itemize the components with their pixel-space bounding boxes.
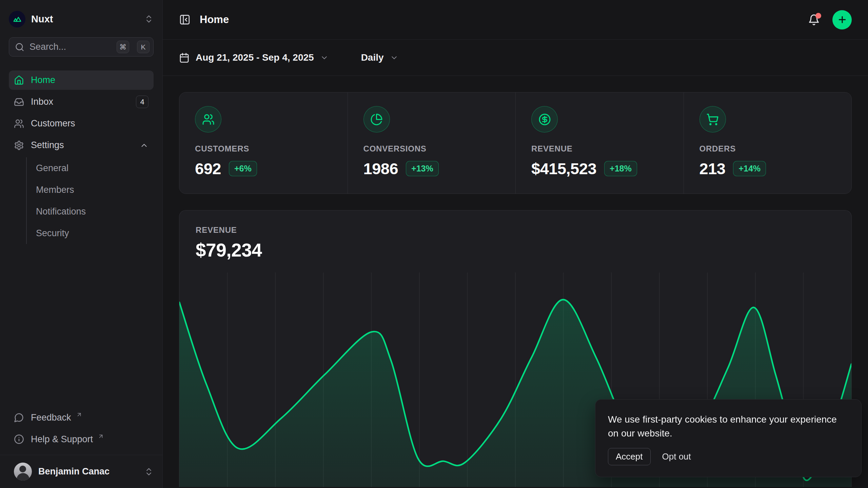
- chevrons-up-down-icon: [144, 14, 154, 24]
- stat-revenue[interactable]: REVENUE $415,523 +18%: [515, 93, 684, 194]
- chevron-down-icon: [320, 54, 329, 62]
- gear-icon: [14, 140, 24, 150]
- inbox-count-badge: 4: [136, 96, 149, 108]
- sidebar-item-label: Settings: [31, 140, 64, 150]
- search-input[interactable]: Search... ⌘ K: [9, 37, 154, 57]
- stat-value: 692: [195, 159, 221, 178]
- date-range-picker[interactable]: Aug 21, 2025 - Sep 4, 2025: [179, 52, 329, 63]
- search-placeholder: Search...: [29, 42, 112, 52]
- filters-toolbar: Aug 21, 2025 - Sep 4, 2025 Daily: [163, 40, 868, 76]
- pie-chart-icon: [363, 106, 390, 133]
- kbd-k: K: [137, 41, 150, 53]
- cookie-message: We use first-party cookies to enhance yo…: [608, 412, 846, 440]
- stat-customers[interactable]: CUSTOMERS 692 +6%: [179, 93, 348, 194]
- stat-orders[interactable]: ORDERS 213 +14%: [684, 93, 852, 194]
- stat-value: 213: [699, 159, 726, 178]
- add-button[interactable]: [832, 10, 852, 29]
- granularity-label: Daily: [361, 52, 384, 63]
- help-support-link[interactable]: Help & Support: [9, 428, 154, 450]
- sidebar-item-home[interactable]: Home: [9, 70, 154, 90]
- user-menu[interactable]: Benjamin Canac: [0, 455, 162, 488]
- avatar: [14, 463, 32, 481]
- stat-value: 1986: [363, 159, 398, 178]
- users-icon: [14, 119, 24, 129]
- revenue-value: $79,234: [196, 239, 835, 261]
- stat-label: ORDERS: [699, 144, 836, 154]
- message-circle-icon: [14, 412, 24, 423]
- sidebar-item-customers[interactable]: Customers: [9, 114, 154, 133]
- arrow-up-right-icon: [98, 433, 104, 440]
- cookie-accept-button[interactable]: Accept: [608, 448, 651, 465]
- notifications-button[interactable]: [808, 14, 820, 26]
- sidebar-footer: Feedback Help & Support: [0, 407, 162, 455]
- stat-label: REVENUE: [531, 144, 668, 154]
- inbox-icon: [14, 97, 24, 107]
- sidebar-nav: Home Inbox 4 Customers Settings Genera: [0, 57, 162, 407]
- users-icon: [195, 106, 221, 133]
- page-title: Home: [200, 14, 229, 26]
- settings-subnav: General Members Notifications Security: [26, 157, 154, 244]
- sidebar-item-label: Inbox: [31, 97, 53, 107]
- sidebar-item-members[interactable]: Members: [36, 179, 154, 201]
- date-range-label: Aug 21, 2025 - Sep 4, 2025: [196, 52, 314, 63]
- plus-icon: [837, 15, 847, 25]
- sidebar-item-notifications[interactable]: Notifications: [36, 201, 154, 222]
- stat-label: CONVERSIONS: [363, 144, 500, 154]
- feedback-link[interactable]: Feedback: [9, 407, 154, 428]
- stat-delta-badge: +13%: [406, 161, 439, 176]
- feedback-label: Feedback: [31, 412, 71, 423]
- chevron-down-icon: [390, 54, 398, 62]
- stat-delta-badge: +14%: [733, 161, 766, 176]
- cookie-optout-button[interactable]: Opt out: [662, 448, 691, 465]
- stats-row: CUSTOMERS 692 +6% CONVERSIONS 1986 +13%: [179, 92, 852, 194]
- arrow-up-right-icon: [76, 411, 82, 418]
- nuxt-logo: [9, 11, 25, 27]
- cart-icon: [699, 106, 726, 133]
- sidebar-item-inbox[interactable]: Inbox 4: [9, 92, 154, 111]
- notification-dot: [815, 13, 821, 19]
- stat-delta-badge: +18%: [604, 161, 637, 176]
- sidebar-item-security[interactable]: Security: [36, 222, 154, 244]
- revenue-label: REVENUE: [196, 225, 835, 235]
- info-circle-icon: [14, 434, 24, 444]
- search-icon: [15, 42, 24, 52]
- help-support-label: Help & Support: [31, 434, 93, 445]
- stat-conversions[interactable]: CONVERSIONS 1986 +13%: [348, 93, 516, 194]
- sidebar: Nuxt Search... ⌘ K Home Inbox 4: [0, 0, 163, 488]
- circle-dollar-icon: [531, 106, 558, 133]
- sidebar-item-label: Home: [31, 75, 55, 85]
- stat-value: $415,523: [531, 159, 596, 178]
- kbd-cmd: ⌘: [117, 41, 129, 53]
- calendar-icon: [179, 53, 190, 63]
- page-header: Home: [163, 0, 868, 40]
- granularity-select[interactable]: Daily: [361, 52, 398, 63]
- sidebar-item-general[interactable]: General: [36, 157, 154, 179]
- home-icon: [14, 75, 24, 85]
- workspace-switcher[interactable]: Nuxt: [0, 0, 162, 29]
- cookie-banner: We use first-party cookies to enhance yo…: [595, 399, 862, 477]
- brand-name: Nuxt: [31, 14, 53, 25]
- stat-label: CUSTOMERS: [195, 144, 332, 154]
- chevrons-up-down-icon: [144, 467, 154, 476]
- sidebar-item-label: Customers: [31, 118, 75, 129]
- chevron-up-icon: [140, 141, 149, 150]
- user-name: Benjamin Canac: [38, 466, 110, 477]
- stat-delta-badge: +6%: [229, 161, 257, 176]
- sidebar-item-settings[interactable]: Settings: [9, 136, 154, 155]
- collapse-sidebar-button[interactable]: [179, 14, 191, 25]
